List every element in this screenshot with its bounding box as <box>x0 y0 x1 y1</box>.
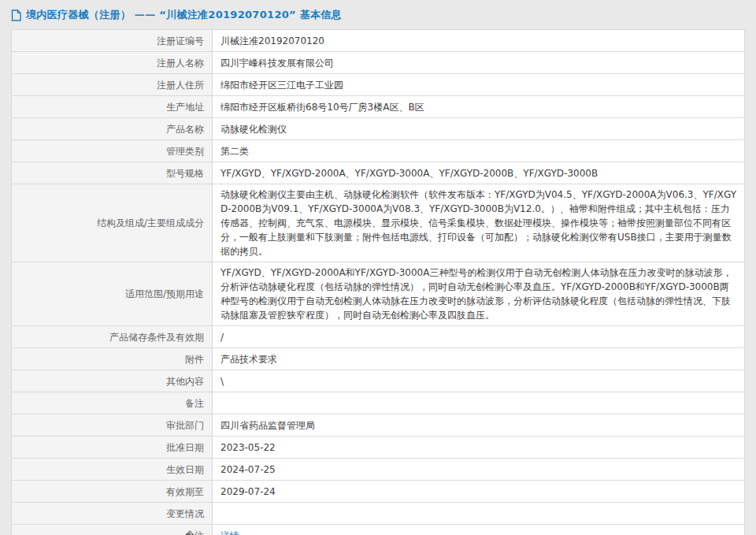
table-row: 生产地址 绵阳市经开区板桥街68号10号厂房3楼A区、B区 <box>12 96 745 118</box>
table-row: 注册人住所 绵阳市经开区三江电子工业园 <box>12 74 745 96</box>
row-label: 注册人名称 <box>12 52 213 74</box>
row-label: �注 <box>12 525 213 535</box>
info-table-body: 注册证编号 川械注准20192070120 注册人名称 四川宇峰科技发展有限公司… <box>12 30 745 535</box>
row-label: 生效日期 <box>12 459 213 481</box>
row-value <box>213 503 745 525</box>
row-label: 附件 <box>12 348 213 370</box>
row-value: YF/XGYD、YF/XGYD-2000A和YF/XGYD-3000A三种型号的… <box>213 262 745 326</box>
row-value: 第二类 <box>213 140 745 162</box>
page-header: 境内医疗器械（注册） —— “川械注准20192070120” 基本信息 <box>11 6 745 29</box>
table-row: 结构及组成/主要组成成分 动脉硬化检测仪主要由主机、动脉硬化检测软件（软件发布版… <box>12 184 745 262</box>
row-label: 产品储存条件及有效期 <box>12 326 213 348</box>
row-label: 有效期至 <box>12 481 213 503</box>
row-value: 详情 <box>213 525 745 535</box>
table-row: 生效日期 2024-07-25 <box>12 459 745 481</box>
row-value: 川械注准20192070120 <box>213 30 745 52</box>
row-value: 四川宇峰科技发展有限公司 <box>213 52 745 74</box>
table-row: 有效期至 2029-07-24 <box>12 481 745 503</box>
table-row: 管理类别 第二类 <box>12 140 745 162</box>
row-label: 变更情况 <box>12 503 213 525</box>
table-row: 注册人名称 四川宇峰科技发展有限公司 <box>12 52 745 74</box>
row-value: 2023-05-22 <box>213 437 745 459</box>
table-row: 审批部门 四川省药品监督管理局 <box>12 414 745 437</box>
row-value: 2029-07-24 <box>213 481 745 503</box>
table-row: �注 详情 <box>12 525 745 535</box>
row-value: 绵阳市经开区三江电子工业园 <box>213 74 745 96</box>
row-label: 批准日期 <box>12 437 213 459</box>
row-label: 适用范围/预期用途 <box>12 262 213 326</box>
table-row: 适用范围/预期用途 YF/XGYD、YF/XGYD-2000A和YF/XGYD-… <box>12 262 745 326</box>
detail-link[interactable]: 详情 <box>220 530 239 535</box>
row-value: 2024-07-25 <box>213 459 745 481</box>
row-label: 产品名称 <box>12 118 213 140</box>
row-label: 型号规格 <box>12 162 213 184</box>
table-row: 产品储存条件及有效期 / <box>12 326 745 348</box>
row-value: 四川省药品监督管理局 <box>213 414 745 437</box>
row-value: 动脉硬化检测仪主要由主机、动脉硬化检测软件（软件发布版本：YF/XGYD为V04… <box>213 184 745 262</box>
table-row: 备注 <box>12 392 745 414</box>
row-label: 其他内容 <box>12 370 213 392</box>
row-label: 备注 <box>12 392 213 414</box>
document-icon <box>11 9 21 21</box>
row-label: 注册人住所 <box>12 74 213 96</box>
table-row: 其他内容 \ <box>12 370 745 392</box>
row-value: YF/XGYD、YF/XGYD-2000A、YF/XGYD-3000A、YF/X… <box>213 162 745 184</box>
row-label: 审批部门 <box>12 414 213 437</box>
row-value: \ <box>213 370 745 392</box>
row-label: 注册证编号 <box>12 30 213 52</box>
row-value: 动脉硬化检测仪 <box>213 118 745 140</box>
row-value: / <box>213 326 745 348</box>
row-label: 结构及组成/主要组成成分 <box>12 184 213 262</box>
registration-info-table: 注册证编号 川械注准20192070120 注册人名称 四川宇峰科技发展有限公司… <box>11 29 745 535</box>
page-title: 境内医疗器械（注册） —— “川械注准20192070120” 基本信息 <box>26 8 342 22</box>
row-label: 生产地址 <box>12 96 213 118</box>
row-value <box>213 392 745 414</box>
row-value: 绵阳市经开区板桥街68号10号厂房3楼A区、B区 <box>213 96 745 118</box>
table-row: 变更情况 <box>12 503 745 525</box>
table-row: 附件 产品技术要求 <box>12 348 745 370</box>
page: 境内医疗器械（注册） —— “川械注准20192070120” 基本信息 注册证… <box>0 0 756 535</box>
table-row: 产品名称 动脉硬化检测仪 <box>12 118 745 140</box>
row-value: 产品技术要求 <box>213 348 745 370</box>
table-row: 型号规格 YF/XGYD、YF/XGYD-2000A、YF/XGYD-3000A… <box>12 162 745 184</box>
table-row: 批准日期 2023-05-22 <box>12 437 745 459</box>
row-label: 管理类别 <box>12 140 213 162</box>
table-row: 注册证编号 川械注准20192070120 <box>12 30 745 52</box>
